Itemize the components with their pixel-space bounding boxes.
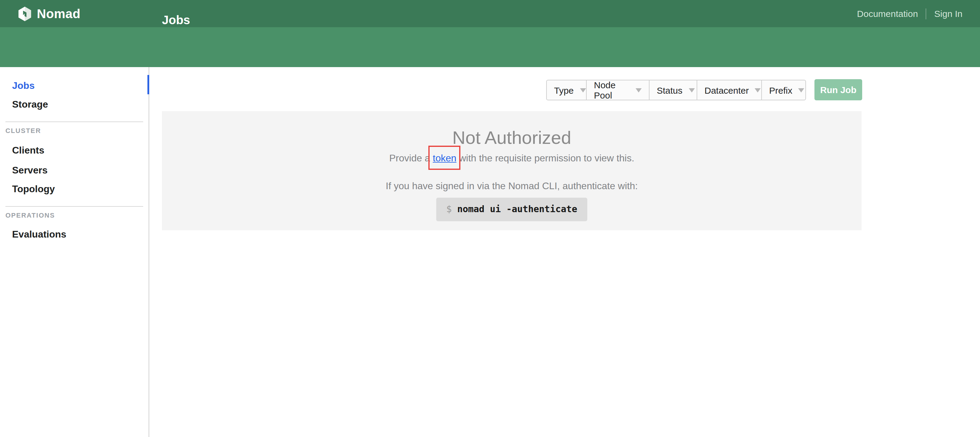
filter-datacenter-dropdown[interactable]: Datacenter bbox=[697, 80, 762, 100]
top-navigation-bar: Nomad Documentation Sign In bbox=[0, 0, 980, 27]
page-title: Jobs bbox=[162, 0, 190, 40]
sidebar-item-clients[interactable]: Clients bbox=[12, 144, 45, 156]
sidebar-item-storage[interactable]: Storage bbox=[12, 98, 48, 111]
filter-status-label: Status bbox=[657, 85, 682, 95]
message-suffix: with the requisite permission to view th… bbox=[457, 153, 635, 163]
shell-prompt: $ bbox=[446, 204, 452, 215]
filter-datacenter-label: Datacenter bbox=[705, 85, 749, 95]
not-authorized-panel: Not Authorized Provide a token with the … bbox=[162, 111, 862, 230]
chevron-down-icon bbox=[689, 88, 695, 92]
sidebar-right-border bbox=[149, 67, 149, 437]
sidebar-heading-cluster: CLUSTER bbox=[5, 127, 41, 135]
topbar-links: Documentation Sign In bbox=[857, 0, 963, 27]
cli-command-code-block: $ nomad ui -authenticate bbox=[436, 198, 587, 221]
filter-prefix-label: Prefix bbox=[769, 85, 792, 95]
jobs-filter-bar: Type Node Pool Status Datacenter Prefix bbox=[546, 80, 806, 100]
sidebar-heading-operations: OPERATIONS bbox=[5, 212, 55, 219]
filter-node-pool-dropdown[interactable]: Node Pool bbox=[586, 80, 649, 100]
filter-type-dropdown[interactable]: Type bbox=[546, 80, 587, 100]
nomad-brand[interactable]: Nomad bbox=[18, 6, 80, 21]
chevron-down-icon bbox=[580, 88, 586, 92]
token-link[interactable]: token bbox=[433, 153, 457, 163]
not-authorized-message: Provide a token with the requisite permi… bbox=[162, 151, 862, 166]
sidebar-item-servers[interactable]: Servers bbox=[12, 164, 48, 177]
sidebar-active-indicator bbox=[148, 75, 149, 94]
filter-node-pool-label: Node Pool bbox=[594, 80, 630, 100]
sidebar-divider bbox=[5, 121, 143, 122]
sidebar-item-topology[interactable]: Topology bbox=[12, 183, 55, 195]
sidebar-item-jobs[interactable]: Jobs bbox=[12, 79, 35, 92]
topbar-divider bbox=[926, 8, 926, 19]
documentation-link[interactable]: Documentation bbox=[857, 8, 918, 19]
filter-status-dropdown[interactable]: Status bbox=[649, 80, 697, 100]
sidebar-divider bbox=[5, 206, 143, 207]
message-prefix: Provide a bbox=[389, 153, 433, 163]
cli-hint-text: If you have signed in via the Nomad CLI,… bbox=[162, 179, 862, 193]
sidebar-item-evaluations[interactable]: Evaluations bbox=[12, 228, 67, 241]
filter-prefix-dropdown[interactable]: Prefix bbox=[761, 80, 806, 100]
page: Nomad Documentation Sign In Jobs Jobs St… bbox=[0, 0, 980, 437]
shell-command: nomad ui -authenticate bbox=[457, 204, 577, 215]
chevron-down-icon bbox=[755, 88, 761, 92]
sign-in-link[interactable]: Sign In bbox=[934, 8, 963, 19]
page-header bbox=[0, 27, 980, 67]
run-job-button[interactable]: Run Job bbox=[815, 79, 862, 100]
filter-type-label: Type bbox=[554, 85, 574, 95]
brand-title: Nomad bbox=[37, 6, 80, 21]
nomad-logo-icon bbox=[18, 6, 32, 21]
token-annotation-wrap: token bbox=[433, 151, 457, 166]
chevron-down-icon bbox=[636, 88, 642, 92]
not-authorized-title: Not Authorized bbox=[162, 127, 862, 149]
chevron-down-icon bbox=[799, 88, 805, 92]
